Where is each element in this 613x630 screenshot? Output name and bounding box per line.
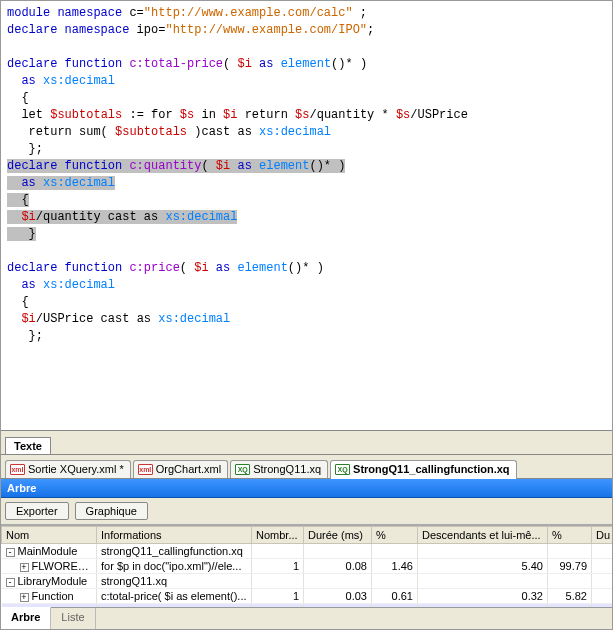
table-row[interactable]: -LibraryModulestrongQ11.xq xyxy=(2,574,614,589)
col-duree[interactable]: Durée (ms) xyxy=(304,527,372,544)
panel-title: Arbre xyxy=(1,479,612,498)
code-editor[interactable]: module namespace c="http://www.example.c… xyxy=(1,1,612,431)
xq-icon: XQ xyxy=(235,464,250,475)
col-pct2[interactable]: % xyxy=(548,527,592,544)
xq-icon: XQ xyxy=(335,464,350,475)
file-tab-sortie-xquery[interactable]: xml Sortie XQuery.xml * xyxy=(5,460,131,478)
table-row[interactable]: -MainModulestrongQ11_callingfunction.xq xyxy=(2,544,614,559)
file-tab-label: StrongQ11.xq xyxy=(253,463,321,475)
editor-view-tabs: Texte xyxy=(1,431,612,455)
file-tab-strongq11[interactable]: XQ StrongQ11.xq xyxy=(230,460,328,478)
file-tab-strongq11-calling[interactable]: XQ StrongQ11_callingfunction.xq xyxy=(330,460,516,479)
col-nom[interactable]: Nom xyxy=(2,527,97,544)
xml-icon: xml xyxy=(10,464,25,475)
col-du[interactable]: Du xyxy=(592,527,614,544)
tab-liste[interactable]: Liste xyxy=(51,608,95,629)
expander-icon[interactable]: + xyxy=(20,563,29,572)
export-button[interactable]: Exporter xyxy=(5,502,69,520)
file-tab-label: Sortie XQuery.xml * xyxy=(28,463,124,475)
chart-button[interactable]: Graphique xyxy=(75,502,148,520)
col-informations[interactable]: Informations xyxy=(97,527,252,544)
expander-icon[interactable]: + xyxy=(20,593,29,602)
file-tab-label: OrgChart.xml xyxy=(156,463,221,475)
file-tab-bar: xml Sortie XQuery.xml * xml OrgChart.xml… xyxy=(1,455,612,479)
expander-icon[interactable]: - xyxy=(6,548,15,557)
tab-arbre[interactable]: Arbre xyxy=(1,607,51,629)
table-row[interactable]: +FLWORExprfor $p in doc("ipo.xml")//ele.… xyxy=(2,559,614,574)
table-row[interactable]: +Functionc:total-price( $i as element().… xyxy=(2,589,614,604)
col-pct[interactable]: % xyxy=(372,527,418,544)
col-descendants[interactable]: Descendants et lui-mê... xyxy=(418,527,548,544)
bottom-tab-bar: Arbre Liste xyxy=(1,607,612,629)
table-header-row[interactable]: Nom Informations Nombr... Durée (ms) % D… xyxy=(2,527,614,544)
col-nombre[interactable]: Nombr... xyxy=(252,527,304,544)
file-tab-label: StrongQ11_callingfunction.xq xyxy=(353,463,509,475)
file-tab-orgchart[interactable]: xml OrgChart.xml xyxy=(133,460,228,478)
xml-icon: xml xyxy=(138,464,153,475)
expander-icon[interactable]: - xyxy=(6,578,15,587)
profiler-toolbar: Exporter Graphique xyxy=(1,498,612,525)
tab-texte[interactable]: Texte xyxy=(5,437,51,454)
